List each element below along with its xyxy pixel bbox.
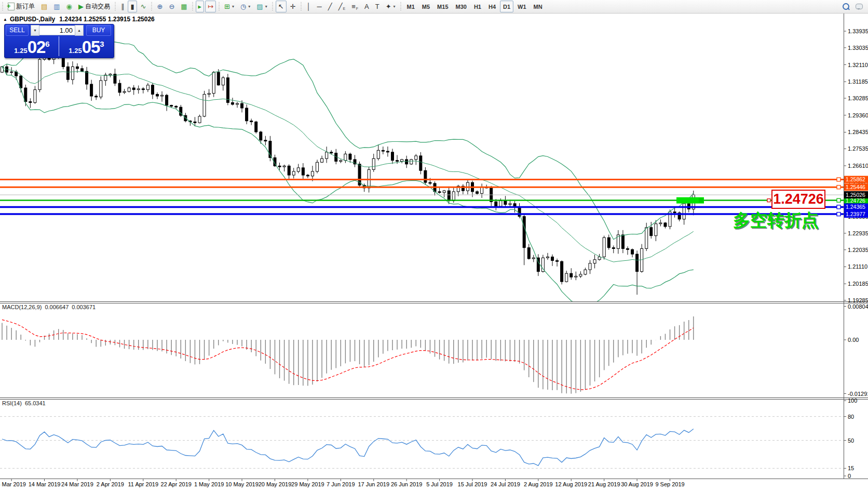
- line-endpoint-marker[interactable]: [837, 213, 840, 216]
- price-tick-label: 1.30285: [848, 95, 868, 101]
- toolbar-drag-handle[interactable]: [400, 2, 402, 11]
- sell-button[interactable]: SELL: [6, 25, 29, 36]
- line-endpoint-marker[interactable]: [837, 185, 840, 189]
- collapse-arrow-icon[interactable]: ▲: [3, 17, 7, 22]
- zoom-out-button[interactable]: ⊖: [166, 1, 177, 12]
- sell-price-point: 6: [45, 41, 49, 47]
- annotation-anchor-marker[interactable]: [767, 199, 770, 202]
- candle-body: [109, 74, 112, 75]
- data-window-button[interactable]: ▥: [51, 1, 62, 12]
- candle-body: [236, 103, 239, 104]
- line-chart-button[interactable]: ∿: [138, 1, 149, 12]
- volume-decrease-button[interactable]: ▾: [31, 25, 39, 36]
- auto-scroll-button[interactable]: ▸: [196, 1, 205, 12]
- arrows-button[interactable]: ✦▾: [383, 1, 398, 12]
- turning-point-annotation[interactable]: 多空转折点: [733, 209, 819, 232]
- cursor-button[interactable]: ↖: [276, 1, 287, 12]
- crosshair-button[interactable]: ✛: [288, 1, 299, 12]
- line-endpoint-marker[interactable]: [837, 178, 840, 181]
- line-endpoint-marker[interactable]: [837, 198, 840, 202]
- horizontal-line-button[interactable]: ─: [315, 1, 324, 12]
- toolbar-drag-handle[interactable]: [151, 2, 153, 11]
- toolbar-drag-handle[interactable]: [114, 2, 117, 11]
- candle-body: [551, 257, 554, 260]
- dropdown-arrow-icon[interactable]: ▾: [248, 4, 250, 9]
- candle-body: [546, 257, 549, 258]
- toolbar-drag-handle[interactable]: [272, 2, 274, 11]
- timeframe-mn[interactable]: MN: [531, 1, 546, 12]
- text-button[interactable]: A: [362, 1, 372, 12]
- chart-shift-button[interactable]: ↦: [205, 1, 216, 12]
- dropdown-arrow-icon[interactable]: ▾: [232, 4, 234, 9]
- timeframe-w1[interactable]: W1: [514, 1, 530, 12]
- macd-axis-label: -0.012914: [848, 391, 868, 397]
- timeframe-h4[interactable]: H4: [485, 1, 499, 12]
- equidistant-channel-button[interactable]: ╱E: [336, 1, 348, 12]
- volume-increase-button[interactable]: ▴: [75, 25, 84, 36]
- candle-body: [415, 156, 417, 160]
- price-tag-label: 1.25446: [846, 184, 865, 190]
- timeframe-m1[interactable]: M1: [404, 1, 418, 12]
- candle-body: [226, 78, 229, 103]
- sell-price-button[interactable]: 1.25026: [5, 36, 59, 57]
- price-tick-label: 1.28435: [848, 129, 868, 135]
- highlight-end-marker[interactable]: [699, 198, 703, 203]
- toolbar-drag-handle[interactable]: [300, 2, 302, 11]
- navigator-button[interactable]: ◉: [64, 1, 75, 12]
- toolbar-drag-handle[interactable]: [1, 2, 4, 11]
- trendline-button[interactable]: ╱: [326, 1, 335, 12]
- timeframe-m5[interactable]: M5: [419, 1, 433, 12]
- candle-body: [340, 161, 342, 162]
- toolbar-drag-handle[interactable]: [218, 2, 220, 11]
- rsi-axis-label: 15: [848, 465, 854, 471]
- bar-chart-button[interactable]: ∥: [118, 1, 127, 12]
- bollinger-band: [2, 67, 694, 262]
- candle-body: [344, 154, 347, 160]
- date-tick-label: 22 Apr 2019: [161, 481, 192, 487]
- candle-body: [137, 89, 140, 90]
- data-window-icon: ▥: [53, 3, 60, 10]
- fibonacci-button[interactable]: ≡F: [349, 1, 361, 12]
- toolbar-drag-handle[interactable]: [192, 2, 194, 11]
- line-chart-icon: ∿: [141, 3, 146, 10]
- search-icon[interactable]: [840, 1, 852, 12]
- candle-body: [104, 75, 107, 81]
- one-click-trading-panel: SELL ▾ ▴ BUY 1.25026 1.25053: [4, 24, 114, 58]
- chart-canvas[interactable]: 1.339351.330351.321101.311851.302851.293…: [0, 0, 868, 491]
- candle-body: [504, 201, 507, 205]
- zoom-out-icon: ⊖: [169, 3, 174, 10]
- buy-price-button[interactable]: 1.25053: [59, 36, 114, 57]
- timeframe-m30[interactable]: M30: [453, 1, 470, 12]
- indicators-button[interactable]: ⊞▾: [222, 1, 237, 12]
- tile-windows-button[interactable]: ▦: [178, 1, 189, 12]
- buy-button[interactable]: BUY: [86, 25, 111, 36]
- candle-body: [217, 72, 220, 85]
- new-order-button[interactable]: 新订单: [5, 1, 37, 12]
- candle-body: [29, 102, 32, 103]
- candle-body: [241, 103, 243, 108]
- vertical-line-button[interactable]: │: [304, 1, 313, 12]
- candle-body: [386, 151, 389, 152]
- community-chat-icon[interactable]: [853, 1, 865, 12]
- dropdown-arrow-icon[interactable]: ▾: [265, 4, 267, 9]
- timeframe-m15[interactable]: M15: [434, 1, 451, 12]
- candle-body: [170, 105, 173, 107]
- timeframe-h1[interactable]: H1: [471, 1, 484, 12]
- market-watch-button[interactable]: ▤: [38, 1, 50, 12]
- price-annotation-box[interactable]: 1.24726: [771, 190, 825, 209]
- autotrading-button[interactable]: ▶自动交易: [76, 1, 113, 12]
- periods-button[interactable]: ◷▾: [238, 1, 253, 12]
- fibonacci-icon: ≡: [351, 3, 356, 10]
- candlestick-chart-button[interactable]: ▮: [128, 1, 137, 12]
- text-label-button[interactable]: T: [373, 1, 382, 12]
- candle-body: [476, 192, 479, 194]
- timeframe-d1[interactable]: D1: [500, 1, 513, 12]
- dropdown-arrow-icon[interactable]: ▾: [394, 4, 396, 9]
- candle-body: [396, 161, 399, 162]
- volume-input[interactable]: [39, 25, 75, 35]
- candle-body: [584, 270, 587, 274]
- zoom-in-button[interactable]: ⊕: [155, 1, 166, 12]
- line-endpoint-marker[interactable]: [837, 205, 840, 209]
- templates-button[interactable]: ▨▾: [254, 1, 269, 12]
- date-tick-label: 24 Jul 2019: [491, 481, 520, 487]
